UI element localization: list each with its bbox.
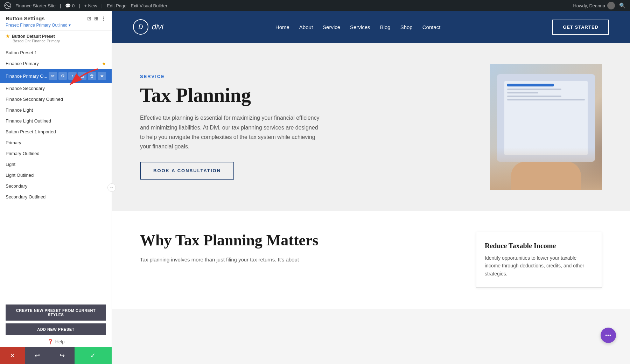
hero-section: SERVICE Tax Planning Effective tax plann… xyxy=(112,43,630,211)
section-description: Tax planning involves more than just fil… xyxy=(140,255,455,264)
panel-bottom-bar: ✕ ↩ ↪ ✓ xyxy=(0,347,112,364)
float-action-button[interactable]: ••• xyxy=(601,328,616,343)
info-card-description: Identify opportunities to lower your tax… xyxy=(485,254,593,278)
site-content: SERVICE Tax Planning Effective tax plann… xyxy=(112,43,630,364)
left-panel: Button Settings ⊡ ⊞ ⋮ Preset: Finance Pr… xyxy=(0,11,112,364)
laptop-line-1 xyxy=(507,89,561,90)
panel-header-icons: ⊡ ⊞ ⋮ xyxy=(87,16,106,21)
admin-bar-right: Howdy, Deanna 🔍 xyxy=(573,2,626,9)
hero-text: SERVICE Tax Planning Effective tax plann… xyxy=(140,74,469,180)
panel-title-text: Button Settings xyxy=(6,15,45,21)
hands-shape xyxy=(511,162,581,190)
preset-actions: ✏ ⚙ ↑ ◻ 🗑 ★ xyxy=(49,72,106,80)
laptop-line-4 xyxy=(507,99,585,100)
panel-title-row: Button Settings ⊡ ⊞ ⋮ xyxy=(6,15,106,21)
preset-action-delete[interactable]: 🗑 xyxy=(88,72,96,80)
admin-search-icon[interactable]: 🔍 xyxy=(619,2,626,9)
panel-icon-grid[interactable]: ⊞ xyxy=(94,16,98,21)
hands-visual xyxy=(490,148,602,190)
info-card-title: Reduce Taxable Income xyxy=(485,242,593,250)
nav-services[interactable]: Services xyxy=(350,24,370,30)
hero-image-inner xyxy=(490,64,602,190)
hero-image xyxy=(490,64,602,190)
laptop-line-3 xyxy=(507,96,561,97)
preset-item-button-preset-1[interactable]: Button Preset 1 xyxy=(0,47,112,58)
hero-description: Effective tax planning is essential for … xyxy=(140,113,322,151)
panel-bottom: CREATE NEW PRESET FROM CURRENT STYLES AD… xyxy=(0,300,112,347)
laptop-bar xyxy=(507,84,554,86)
laptop-screen xyxy=(504,81,588,155)
laptop-line-2 xyxy=(507,92,538,93)
admin-avatar xyxy=(607,2,615,9)
admin-new-link[interactable]: + New xyxy=(84,3,97,8)
help-label: Help xyxy=(55,339,65,344)
preset-default-star: ★ xyxy=(6,34,10,39)
undo-button[interactable]: ↩ xyxy=(25,347,50,364)
preset-action-star[interactable]: ★ xyxy=(98,72,106,80)
nav-blog[interactable]: Blog xyxy=(380,24,391,30)
admin-site-name[interactable]: Finance Starter Site xyxy=(15,3,56,8)
logo-text: divi xyxy=(152,22,163,31)
resize-handle[interactable]: ↔ xyxy=(107,183,116,192)
website-preview: D divi Home About Service Services Blog … xyxy=(112,11,630,364)
preset-list: Button Preset 1 Finance Primary ★ Financ… xyxy=(0,44,112,300)
admin-exit-link[interactable]: Exit Visual Builder xyxy=(131,3,168,8)
preset-item-finance-light-outlined[interactable]: Finance Light Outlined xyxy=(0,115,112,126)
nav-home[interactable]: Home xyxy=(275,24,289,30)
section-title: Why Tax Planning Matters xyxy=(140,232,455,250)
preset-action-export[interactable]: ↑ xyxy=(68,72,77,80)
panel-header: Button Settings ⊡ ⊞ ⋮ Preset: Finance Pr… xyxy=(0,11,112,31)
preset-section-label: ★ Button Default Preset xyxy=(6,34,106,39)
preset-item-secondary[interactable]: Secondary xyxy=(0,181,112,191)
preset-section-header: ★ Button Default Preset Based On: Financ… xyxy=(0,31,112,44)
nav-about[interactable]: About xyxy=(299,24,313,30)
preset-item-finance-primary[interactable]: Finance Primary ★ xyxy=(0,58,112,69)
main-wrapper: Button Settings ⊡ ⊞ ⋮ Preset: Finance Pr… xyxy=(0,11,630,364)
preset-item-finance-light[interactable]: Finance Light xyxy=(0,105,112,115)
preset-item-light-outlined[interactable]: Light Outlined xyxy=(0,170,112,181)
add-preset-button[interactable]: ADD NEW PRESET xyxy=(6,323,106,335)
create-preset-button[interactable]: CREATE NEW PRESET FROM CURRENT STYLES xyxy=(6,304,106,321)
preset-item-primary-outlined[interactable]: Primary Outlined xyxy=(0,148,112,159)
preset-item-finance-secondary[interactable]: Finance Secondary xyxy=(0,83,112,94)
second-section: Why Tax Planning Matters Tax planning in… xyxy=(112,211,630,309)
preset-action-settings[interactable]: ⚙ xyxy=(58,72,67,80)
preset-action-copy[interactable]: ◻ xyxy=(78,72,86,80)
admin-comments-icon[interactable]: 💬 0 xyxy=(65,3,75,8)
preset-action-edit[interactable]: ✏ xyxy=(49,72,57,80)
preset-item-finance-secondary-outlined[interactable]: Finance Secondary Outlined xyxy=(0,94,112,105)
nav-service[interactable]: Service xyxy=(323,24,340,30)
nav-contact[interactable]: Contact xyxy=(422,24,441,30)
site-nav: Home About Service Services Blog Shop Co… xyxy=(275,24,441,30)
panel-icon-more[interactable]: ⋮ xyxy=(101,16,106,21)
preset-item-button-preset-1-imported[interactable]: Button Preset 1 imported xyxy=(0,126,112,137)
logo-circle: D xyxy=(133,19,148,35)
nav-shop[interactable]: Shop xyxy=(400,24,413,30)
save-button[interactable]: ✓ xyxy=(75,347,112,364)
float-icon: ••• xyxy=(605,332,611,338)
admin-bar: Finance Starter Site | 💬 0 | + New | Edi… xyxy=(0,0,630,11)
hero-cta-button[interactable]: BOOK A CONSULTATION xyxy=(140,162,234,180)
panel-icon-columns[interactable]: ⊡ xyxy=(87,16,91,21)
admin-edit-link[interactable]: Edit Page xyxy=(107,3,126,8)
preset-item-finance-primary-outlined[interactable]: Finance Primary O... ✏ ⚙ ↑ ◻ 🗑 ★ xyxy=(0,69,112,83)
preset-default-label: Button Default Preset xyxy=(12,34,55,39)
preset-item-secondary-outlined[interactable]: Secondary Outlined xyxy=(0,191,112,202)
preset-item-light[interactable]: Light xyxy=(0,159,112,170)
info-card: Reduce Taxable Income Identify opportuni… xyxy=(476,232,602,288)
nav-cta-button[interactable]: GET STARTED xyxy=(552,20,609,35)
help-icon: ❓ xyxy=(47,339,53,344)
admin-bar-left: Finance Starter Site | 💬 0 | + New | Edi… xyxy=(4,2,567,9)
preset-item-primary[interactable]: Primary xyxy=(0,137,112,148)
wordpress-icon[interactable] xyxy=(4,2,11,9)
hero-category: SERVICE xyxy=(140,74,469,79)
section-text: Why Tax Planning Matters Tax planning in… xyxy=(140,232,455,264)
preset-based-on: Based On: Finance Primary xyxy=(13,39,106,43)
admin-howdy: Howdy, Deanna xyxy=(573,2,615,9)
help-link[interactable]: ❓ Help xyxy=(6,339,106,344)
redo-button[interactable]: ↪ xyxy=(50,347,75,364)
hero-title: Tax Planning xyxy=(140,85,469,106)
panel-subtitle[interactable]: Preset: Finance Primary Outlined ▾ xyxy=(6,23,106,28)
site-logo: D divi xyxy=(133,19,163,35)
cancel-button[interactable]: ✕ xyxy=(0,347,25,364)
